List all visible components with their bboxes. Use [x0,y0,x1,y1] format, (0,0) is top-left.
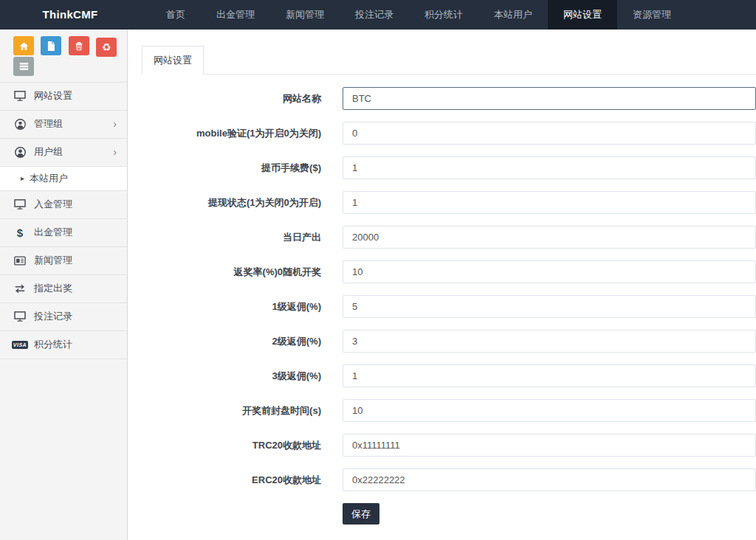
form-row: 当日产出 [142,226,756,249]
form-row: 2级返佣(%) [142,330,756,353]
sidebar-item-assign-prize[interactable]: 指定出奖 [0,275,127,303]
sidebar-item-admin-group[interactable]: 管理组 › [0,111,127,139]
file-icon [47,41,55,51]
withdraw-status-input[interactable] [343,191,756,214]
field-label-withdraw-fee: 提币手续费($) [142,162,321,175]
user-circle-icon [12,147,28,158]
desktop-icon [12,199,28,210]
trash-icon [75,41,83,51]
sidebar-item-bet-records[interactable]: 投注记录 [0,303,127,331]
field-label-withdraw-status: 提现状态(1为关闭0为开启) [142,196,321,210]
nav-item-site-users[interactable]: 本站用户 [478,0,548,30]
visa-card-icon: VISA [12,341,28,349]
recycle-icon: ♻ [102,42,111,52]
nav-item-site-settings[interactable]: 网站设置 [548,0,617,30]
erc20-address-input[interactable] [343,468,756,491]
main-content: 网站设置 网站名称 mobile验证(1为开启0为关闭) 提币手续费($) 提现… [128,30,756,540]
mobile-verify-input[interactable] [343,122,756,145]
nav-item-home[interactable]: 首页 [151,0,201,30]
home-button[interactable] [13,36,34,55]
user-circle-icon [12,119,28,130]
recycle-button[interactable]: ♻ [96,38,117,57]
form-row: 返奖率(%)0随机开奖 [142,260,756,283]
sidebar-item-user-group[interactable]: 用户组 › [0,139,127,167]
top-navbar: ThinkCMF 首页 出金管理 新闻管理 投注记录 积分统计 本站用户 网站设… [0,0,756,30]
form-row: 3级返佣(%) [142,364,756,387]
nav-item-resource-mgmt[interactable]: 资源管理 [617,0,687,30]
desktop-icon [12,91,28,101]
form-row: 提现状态(1为关闭0为开启) [142,191,756,214]
sidebar-item-news-mgmt[interactable]: 新闻管理 [0,247,127,275]
main-nav: 首页 出金管理 新闻管理 投注记录 积分统计 本站用户 网站设置 资源管理 [140,0,687,30]
tabs-bar: 网站设置 [142,46,756,75]
sidebar-item-points-stats[interactable]: VISA 积分统计 [0,331,127,359]
level3-rebate-input[interactable] [343,364,756,387]
form-row: TRC20收款地址 [142,434,756,457]
form-row: mobile验证(1为开启0为关闭) [142,122,756,145]
chevron-right-icon: › [113,119,117,129]
sidebar-item-label: 投注记录 [34,310,117,323]
sidebar-item-site-users[interactable]: ▸ 本站用户 [0,167,127,191]
form-row: 开奖前封盘时间(s) [142,399,756,422]
list-icon [19,62,29,71]
form-row: 提币手续费($) [142,156,756,179]
sidebar-item-deposit-mgmt[interactable]: 入金管理 [0,191,127,219]
chevron-right-icon: › [113,147,117,157]
payout-rate-input[interactable] [343,260,756,283]
field-label-level3-rebate: 3级返佣(%) [142,370,321,383]
sidebar-item-label: 积分统计 [34,338,117,351]
page-layout: ♻ 网站设置 管理组 › [0,30,756,540]
field-label-level2-rebate: 2级返佣(%) [142,335,321,348]
nav-item-news-mgmt[interactable]: 新闻管理 [270,0,340,30]
sidebar-item-withdraw-mgmt[interactable]: $ 出金管理 [0,219,127,247]
nav-item-withdraw-mgmt[interactable]: 出金管理 [201,0,270,30]
desktop-icon [12,311,28,322]
site-name-input[interactable] [343,87,756,110]
sidebar-item-site-settings[interactable]: 网站设置 [0,83,127,111]
nav-item-bet-records[interactable]: 投注记录 [340,0,409,30]
sidebar-item-label: 用户组 [34,145,113,159]
sidebar-item-label: 新闻管理 [34,254,117,267]
field-label-site-name: 网站名称 [142,92,321,105]
field-label-level1-rebate: 1级返佣(%) [142,300,321,314]
daily-output-input[interactable] [343,226,756,249]
brand-logo[interactable]: ThinkCMF [0,0,140,30]
tab-site-settings[interactable]: 网站设置 [142,46,204,75]
form-row: ERC20收款地址 [142,468,756,491]
sidebar-item-label: 网站设置 [34,89,117,103]
field-label-lock-time: 开奖前封盘时间(s) [142,404,321,418]
form-row: 1级返佣(%) [142,295,756,318]
home-icon [19,41,29,51]
sidebar-item-label: 指定出奖 [34,282,117,295]
dollar-icon: $ [12,226,28,239]
trash-button[interactable] [69,36,89,55]
field-label-payout-rate: 返奖率(%)0随机开奖 [142,266,321,279]
form-row: 网站名称 [142,87,756,110]
field-label-erc20-address: ERC20收款地址 [142,474,321,487]
level1-rebate-input[interactable] [343,295,756,318]
field-label-mobile-verify: mobile验证(1为开启0为关闭) [142,127,321,140]
sidebar-item-label: 出金管理 [34,226,117,239]
field-label-daily-output: 当日产出 [142,231,321,244]
lock-time-input[interactable] [343,399,756,422]
sidebar-menu: 网站设置 管理组 › 用户组 › ▸ 本站用户 [0,83,127,359]
sidebar-toolbar: ♻ [0,30,127,83]
newspaper-icon [12,256,28,266]
sidebar-item-label: 入金管理 [34,198,117,211]
sidebar: ♻ 网站设置 管理组 › [0,30,128,540]
level2-rebate-input[interactable] [343,330,756,353]
list-button[interactable] [13,57,34,76]
settings-form: 网站名称 mobile验证(1为开启0为关闭) 提币手续费($) 提现状态(1为… [142,87,756,539]
exchange-icon [12,284,28,294]
save-button[interactable]: 保存 [343,503,379,525]
trc20-address-input[interactable] [343,434,756,457]
new-file-button[interactable] [41,36,61,55]
field-label-trc20-address: TRC20收款地址 [142,439,321,452]
nav-item-points-stats[interactable]: 积分统计 [409,0,478,30]
sidebar-item-label: 本站用户 [30,172,117,185]
withdraw-fee-input[interactable] [343,156,756,179]
caret-right-icon: ▸ [21,174,24,182]
sidebar-item-label: 管理组 [34,117,113,131]
